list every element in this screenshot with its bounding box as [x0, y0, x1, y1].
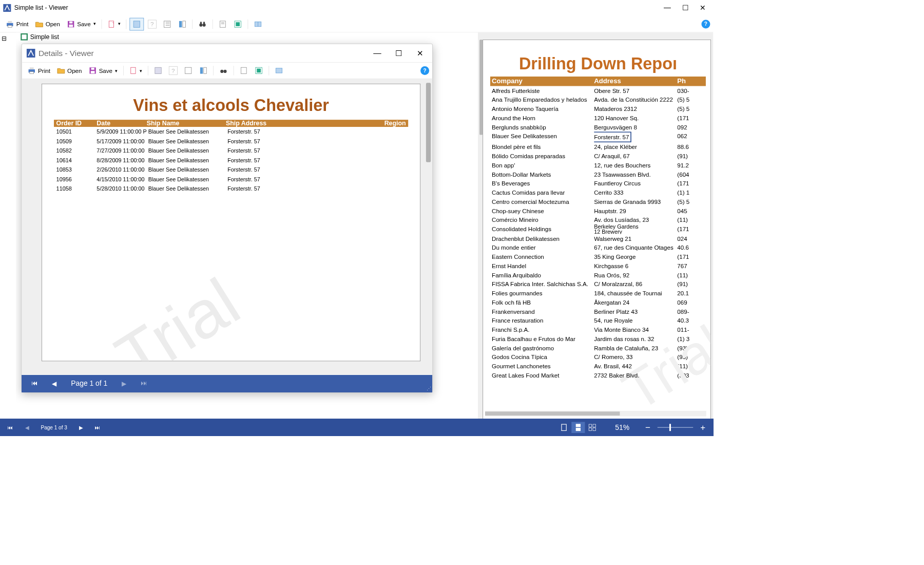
table-row[interactable]: Godos Cocina TípicaC/ Romero, 33(95)	[490, 352, 706, 362]
table-row[interactable]: Drachenblut DelikatessenWalserweg 21024	[490, 234, 706, 243]
table-row[interactable]: Ernst HandelKirchgasse 6767	[490, 261, 706, 271]
zoom-in-button[interactable]: +	[700, 422, 705, 432]
table-row[interactable]: 108532/26/2010 11:00:00Blauer See Delika…	[54, 165, 408, 175]
table-row[interactable]: FISSA Fabrica Inter. Salchichas S.A.C/ M…	[490, 279, 706, 289]
zoom-out-button[interactable]: −	[645, 422, 650, 432]
bookmarks-button[interactable]	[160, 18, 174, 30]
table-row[interactable]: 106148/28/2009 11:00:00Blauer See Delika…	[54, 156, 408, 165]
svg-rect-31	[30, 72, 34, 74]
table-row[interactable]: Antonio Moreno TaqueríaMataderos 2312(5)…	[490, 104, 706, 114]
thumbnails-button[interactable]	[176, 18, 189, 30]
table-row[interactable]: Consolidated HoldingsBerkeley Gardens12 …	[490, 224, 706, 234]
page-setup-button[interactable]: ▾	[127, 65, 145, 77]
editor-button[interactable]	[237, 65, 250, 77]
find-button[interactable]	[217, 65, 230, 77]
table-row[interactable]: B's BeveragesFauntleroy Circus(171	[490, 179, 706, 188]
table-row[interactable]: 110585/28/2010 11:00:00Blauer See Delika…	[54, 184, 408, 194]
table-row[interactable]: Bólido Comidas preparadasC/ Araquil, 67(…	[490, 152, 706, 161]
save-button[interactable]: Save▾	[64, 18, 99, 30]
table-row[interactable]: Cactus Comidas para llevarCerrito 333(1)…	[490, 188, 706, 197]
table-row[interactable]: 105095/17/2009 11:00:00Blauer See Delika…	[54, 137, 408, 146]
svg-rect-36	[155, 67, 161, 73]
find-button[interactable]	[196, 18, 209, 30]
table-row[interactable]: Franchi S.p.A.Via Monte Bianco 34011-	[490, 325, 706, 334]
svg-rect-48	[576, 428, 581, 431]
print-button[interactable]: Print	[25, 65, 53, 77]
prev-page-button[interactable]: ◀	[25, 424, 29, 430]
table-row[interactable]: Around the Horn120 Hanover Sq.(171	[490, 114, 706, 123]
editor-button[interactable]	[216, 18, 229, 30]
save-button[interactable]: Save▾	[86, 65, 120, 77]
details-document: Trial Vins et alcools Chevalier Order ID…	[42, 84, 420, 361]
last-page-button[interactable]: ⏭	[141, 380, 147, 387]
maximize-button[interactable]: ☐	[682, 4, 688, 12]
thumbnails-button[interactable]	[197, 65, 210, 77]
table-row[interactable]: FrankenversandBerliner Platz 43089-	[490, 307, 706, 316]
bookmarks-button[interactable]	[181, 65, 195, 77]
table-row[interactable]: 105015/9/2009 11:00:00 PBlauer See Delik…	[54, 127, 408, 137]
table-row[interactable]: Família ArquibaldoRua Orós, 92(11)	[490, 271, 706, 280]
prev-page-button[interactable]: ◀	[52, 380, 56, 387]
parameters-button[interactable]	[129, 17, 144, 30]
help-disabled-button[interactable]: ?	[145, 18, 159, 30]
table-row[interactable]: Great Lakes Food Market2732 Baker Blvd.(…	[490, 371, 706, 380]
first-page-button[interactable]: ⏮	[8, 424, 13, 430]
table-row[interactable]: France restauration54, rue Royale40.3	[490, 316, 706, 325]
table-row[interactable]: Galería del gastrónomoRambla de Cataluña…	[490, 344, 706, 353]
table-row[interactable]: Alfreds FutterkisteObere Str. 57030-	[490, 86, 706, 96]
help-button[interactable]: ?	[420, 66, 429, 75]
close-button[interactable]: ✕	[700, 4, 706, 12]
resize-grip[interactable]: ⋰	[427, 386, 431, 391]
table-row[interactable]: Gourmet LanchonetesAv. Brasil, 442(11)	[490, 362, 706, 371]
tree-root[interactable]: Simple list	[21, 33, 59, 41]
maximize-button[interactable]: ☐	[395, 48, 402, 58]
close-button[interactable]: ✕	[417, 48, 424, 58]
zoom-slider[interactable]	[658, 427, 693, 428]
table-row[interactable]: Folk och fä HBÅkergatan 24069	[490, 298, 706, 307]
full-screen-button[interactable]	[231, 18, 244, 30]
continuous-button[interactable]	[571, 422, 585, 433]
open-button[interactable]: Open	[54, 65, 84, 77]
table-row[interactable]: Folies gourmandes184, chaussée de Tourna…	[490, 289, 706, 298]
table-row[interactable]: Furia Bacalhau e Frutos do MarJardim das…	[490, 334, 706, 344]
table-row[interactable]: Bon app'12, rue des Bouchers91.2	[490, 161, 706, 170]
table-row[interactable]: 109564/15/2010 11:00:00Blauer See Delika…	[54, 175, 408, 184]
help-disabled-button[interactable]: ?	[166, 65, 180, 77]
table-row[interactable]: Eastern Connection35 King George(171	[490, 252, 706, 261]
main-titlebar: Simple list - Viewer — ☐ ✕	[0, 0, 714, 16]
open-button[interactable]: Open	[32, 18, 62, 30]
next-page-button[interactable]: ▶	[122, 380, 126, 387]
table-row[interactable]: Blauer See DelikatessenForsterstr. 57062	[490, 131, 706, 142]
multi-page-button[interactable]	[586, 422, 599, 433]
scrollbar[interactable]	[426, 83, 431, 162]
full-screen-button[interactable]	[252, 65, 265, 77]
minimize-button[interactable]: —	[373, 48, 381, 58]
dot-matrix-button[interactable]	[251, 18, 264, 30]
next-page-button[interactable]: ▶	[79, 424, 83, 430]
dot-matrix-button[interactable]	[272, 65, 285, 77]
print-button[interactable]: Print	[3, 18, 31, 30]
table-row[interactable]: 105827/27/2009 11:00:00Blauer See Delika…	[54, 146, 408, 156]
page-setup-button[interactable]: ▾	[105, 18, 123, 30]
table-row[interactable]: Centro comercial MoctezumaSierras de Gra…	[490, 197, 706, 206]
help-button[interactable]: ?	[701, 20, 710, 28]
svg-rect-18	[203, 22, 205, 24]
highlighted-cell[interactable]: Forsterstr. 57	[594, 131, 631, 142]
h-scrollbar[interactable]	[485, 411, 706, 417]
tree-collapse[interactable]: ⊟	[2, 35, 14, 42]
table-row[interactable]: Ana Trujillo Emparedados y heladosAvda. …	[490, 95, 706, 104]
table-row[interactable]: Comércio MineiroAv. dos Lusíadas, 23(11)	[490, 215, 706, 224]
right-preview-panel: Trial Drilling Down Repoı Company Addres…	[478, 32, 714, 419]
svg-rect-38	[200, 67, 203, 73]
minimize-button[interactable]: —	[664, 4, 671, 12]
table-row[interactable]: Chop-suey ChineseHauptstr. 29045	[490, 206, 706, 215]
parameters-button[interactable]	[151, 65, 165, 77]
single-page-button[interactable]	[557, 422, 571, 433]
table-row[interactable]: Du monde entier67, rue des Cinquante Ota…	[490, 243, 706, 252]
table-row[interactable]: Blondel père et fils24, place Kléber88.6	[490, 142, 706, 152]
table-row[interactable]: Bottom-Dollar Markets23 Tsawwassen Blvd.…	[490, 170, 706, 179]
table-row[interactable]: Berglunds snabbköpBerguvsvägen 8092	[490, 123, 706, 132]
first-page-button[interactable]: ⏮	[31, 380, 37, 387]
last-page-button[interactable]: ⏭	[95, 424, 100, 430]
print-icon	[27, 66, 36, 75]
